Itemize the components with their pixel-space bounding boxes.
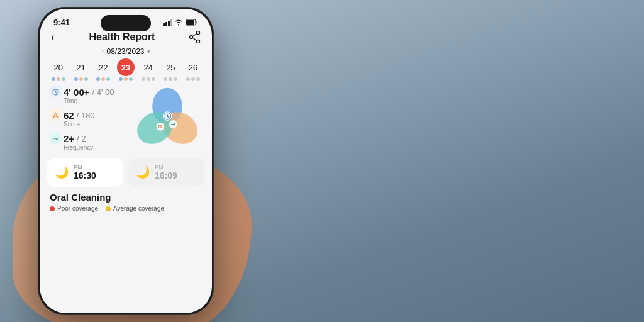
cal-day-24[interactable]: 24 [140, 58, 157, 81]
dot-orange [57, 77, 60, 81]
svg-point-4 [178, 25, 179, 26]
svg-line-12 [192, 38, 196, 41]
dot-orange [124, 77, 128, 81]
dot-gray [186, 77, 190, 81]
legend-average: Average coverage [106, 205, 164, 212]
sleep-icon-1: 🌙 [55, 165, 69, 179]
cal-day-num-25: 25 [162, 58, 179, 76]
dot-gray [191, 77, 195, 81]
cal-day-num-22: 22 [94, 58, 112, 76]
dot-blue [119, 77, 123, 81]
score-value: 62 [64, 110, 74, 121]
back-button[interactable]: ‹ [51, 31, 55, 43]
sleep-info-2: PM 16:09 [155, 164, 177, 180]
dot-gray [174, 77, 177, 81]
dot-gray [142, 77, 145, 81]
legend-poor-label: Poor coverage [57, 205, 98, 212]
cal-day-22[interactable]: 22 [94, 58, 112, 81]
legend-average-dot [106, 206, 111, 211]
clock-icon [52, 89, 59, 96]
stat-row-score: 62 / 180 Score [50, 109, 125, 128]
cal-day-20[interactable]: 20 [50, 58, 67, 81]
stats-column: 4' 00+ / 4' 00 Time 62 [50, 86, 125, 155]
score-icon-badge [50, 109, 61, 121]
nav-bar: ‹ Health Report [40, 30, 212, 46]
svg-line-11 [192, 34, 196, 37]
cal-day-26[interactable]: 26 [184, 58, 202, 81]
score-icon [52, 112, 59, 119]
svg-rect-1 [165, 22, 167, 26]
score-total: / 180 [77, 111, 95, 120]
sleep-time-2: 16:09 [155, 170, 177, 180]
flower-dots-26 [186, 77, 200, 81]
time-icon-badge [50, 86, 61, 97]
score-label: Score [64, 121, 125, 128]
cal-day-num-23-active: 23 [117, 58, 135, 76]
dot-gray [152, 77, 155, 81]
flower-dots-24 [142, 77, 155, 81]
time-value: 4' 00+ [64, 87, 90, 97]
calendar-strip: 20 21 22 [40, 58, 212, 84]
dot-blue [74, 77, 78, 81]
flower-dots-22 [96, 77, 110, 81]
sleep-card-2: 🌙 PM 16:09 [128, 158, 204, 187]
stat-row-freq: 2+ / 2 Frequency [50, 133, 125, 151]
dot-gray [147, 77, 150, 81]
status-time: 9:41 [53, 18, 70, 27]
freq-icon-badge [50, 133, 61, 144]
cal-day-num-26: 26 [184, 58, 202, 76]
svg-rect-3 [170, 19, 172, 26]
phone-frame: 9:41 [38, 7, 214, 315]
svg-rect-6 [186, 20, 194, 25]
cal-day-23[interactable]: 23 [117, 58, 135, 81]
page-title: Health Report [89, 31, 155, 43]
sleep-icon-2: 🌙 [136, 165, 150, 179]
stat-time-value: 4' 00+ / 4' 00 [50, 86, 125, 97]
main-content: 4' 00+ / 4' 00 Time 62 [40, 84, 212, 158]
dot-orange [79, 77, 83, 81]
flower-dots-25 [164, 77, 177, 81]
svg-point-10 [197, 40, 200, 43]
sleep-info-1: PM 16:30 [74, 164, 96, 180]
dot-teal [62, 77, 65, 81]
date-selector[interactable]: ‹ 08/23/2023 ▾ [40, 46, 212, 58]
sleep-label-2: PM [155, 164, 177, 170]
dot-gray [196, 77, 200, 81]
legend-average-label: Average coverage [113, 205, 164, 212]
sleep-time-1: 16:30 [74, 170, 96, 180]
frequency-icon [52, 135, 59, 142]
dot-gray [169, 77, 172, 81]
flower-dots-23 [119, 77, 133, 81]
sleep-card-1: 🌙 PM 16:30 [47, 158, 123, 187]
stat-freq-value: 2+ / 2 [50, 133, 125, 144]
stat-score-value: 62 / 180 [50, 109, 125, 121]
battery-icon [186, 19, 198, 26]
date-chevron: ▾ [147, 48, 150, 55]
cal-day-21[interactable]: 21 [72, 58, 90, 81]
oral-cleaning-section: Oral Cleaning Poor coverage Average cove… [40, 189, 212, 214]
flower-graphic [133, 86, 202, 155]
dot-teal [106, 77, 110, 81]
back-month-arrow[interactable]: ‹ [101, 47, 104, 56]
legend-poor: Poor coverage [50, 205, 98, 212]
wifi-icon [174, 19, 183, 26]
dot-blue [96, 77, 100, 81]
svg-rect-7 [196, 21, 198, 24]
svg-rect-2 [168, 21, 170, 26]
cal-day-num-21: 21 [72, 58, 90, 76]
cal-day-num-20: 20 [50, 58, 67, 76]
sleep-section: 🌙 PM 16:30 🌙 PM 16:09 [40, 158, 212, 189]
share-icon[interactable] [189, 31, 201, 43]
status-icons [163, 19, 198, 26]
svg-rect-0 [163, 23, 165, 26]
dot-blue [52, 77, 55, 81]
dot-orange [101, 77, 105, 81]
selected-date: 08/23/2023 [106, 47, 144, 56]
time-total: / 4' 00 [92, 87, 114, 97]
flower-dots-21 [74, 77, 88, 81]
trifoil-chart [133, 86, 202, 155]
freq-total: / 2 [77, 134, 86, 143]
cal-day-num-24: 24 [140, 58, 157, 76]
stat-row-time: 4' 00+ / 4' 00 Time [50, 86, 125, 104]
cal-day-25[interactable]: 25 [162, 58, 179, 81]
